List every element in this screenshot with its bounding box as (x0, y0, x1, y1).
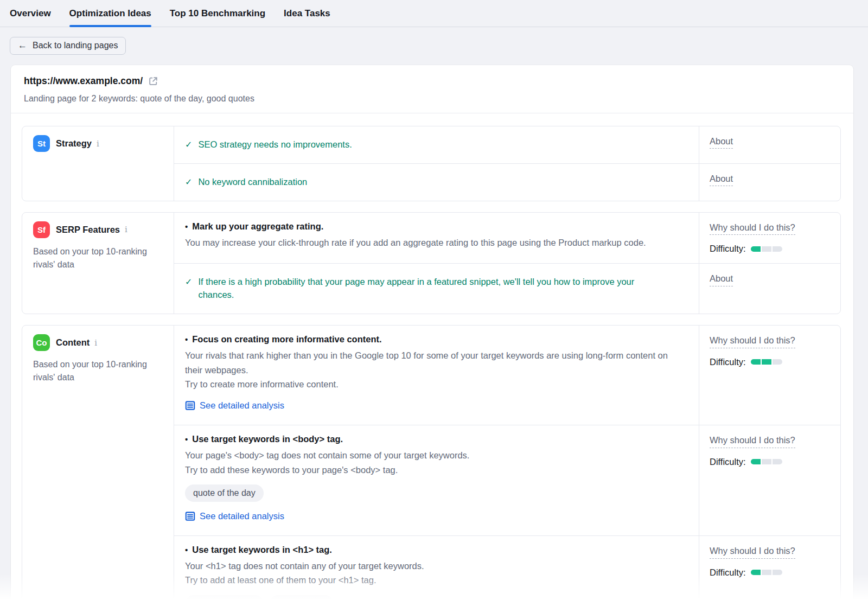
section-strategy: St Strategy i ✓ SEO strategy needs no im… (22, 126, 841, 201)
card-body: St Strategy i ✓ SEO strategy needs no im… (11, 113, 853, 606)
see-detailed-analysis-link[interactable]: See detailed analysis (185, 511, 284, 521)
idea-title: Mark up your aggregate rating. (192, 221, 323, 232)
check-icon: ✓ (185, 138, 192, 151)
difficulty-bar (751, 570, 782, 575)
back-arrow-icon: ← (18, 40, 27, 51)
tab-overview[interactable]: Overview (10, 0, 51, 27)
serp-features-badge-icon: Sf (33, 221, 50, 238)
back-to-landing-pages-button[interactable]: ← Back to landing pages (10, 37, 126, 55)
difficulty-label: Difficulty: (710, 357, 746, 367)
about-link[interactable]: About (710, 173, 733, 186)
keyword-chip: quote of the day (185, 484, 264, 502)
serp-features-subtitle: Based on your top 10-ranking rivals' dat… (33, 245, 163, 271)
difficulty-label: Difficulty: (710, 567, 746, 578)
why-should-i-do-this-link[interactable]: Why should I do this? (710, 222, 795, 235)
report-icon (185, 511, 195, 521)
external-link-icon[interactable] (148, 76, 158, 86)
difficulty-bar (751, 246, 782, 252)
why-should-i-do-this-link[interactable]: Why should I do this? (710, 335, 795, 348)
done-text: SEO strategy needs no improvements. (198, 138, 352, 151)
idea-title: Focus on creating more informative conte… (192, 334, 381, 345)
serp-row-2: ✓ If there is a high probability that yo… (174, 263, 840, 314)
bullet-icon: • (185, 545, 188, 554)
idea-description: Your <h1> tag does not contain any of yo… (185, 559, 684, 573)
section-serp-features: Sf SERP Features i Based on your top 10-… (22, 212, 841, 314)
keyword-chip: good quotes (270, 595, 334, 606)
idea-description: Try to add these keywords to your page's… (185, 463, 684, 477)
check-icon: ✓ (185, 276, 192, 288)
section-content: Co Content i Based on your top 10-rankin… (22, 325, 841, 606)
see-detailed-analysis-link[interactable]: See detailed analysis (185, 400, 284, 411)
difficulty-label: Difficulty: (710, 457, 746, 467)
landing-page-card: https://www.example.com/ Landing page fo… (11, 65, 853, 606)
bullet-icon: • (185, 335, 188, 344)
why-should-i-do-this-link[interactable]: Why should I do this? (710, 435, 795, 448)
back-button-label: Back to landing pages (33, 41, 118, 50)
strategy-row-2: ✓ No keyword cannibalization About (174, 163, 840, 201)
serp-features-title: SERP Features (56, 225, 120, 235)
idea-title: Use target keywords in <h1> tag. (192, 545, 332, 555)
tab-idea-tasks[interactable]: Idea Tasks (284, 0, 330, 27)
about-link[interactable]: About (710, 273, 733, 286)
difficulty-bar (751, 359, 782, 365)
idea-description: Try to add at least one of them to your … (185, 573, 684, 587)
check-icon: ✓ (185, 176, 192, 188)
content-row-2: • Use target keywords in <body> tag. You… (174, 425, 840, 535)
strategy-row-1: ✓ SEO strategy needs no improvements. Ab… (174, 126, 840, 163)
about-link[interactable]: About (710, 136, 733, 149)
serp-left-cell: Sf SERP Features i Based on your top 10-… (22, 213, 174, 314)
tab-top10-benchmarking[interactable]: Top 10 Benchmarking (170, 0, 265, 27)
content-title: Content (56, 337, 90, 348)
strategy-left-cell: St Strategy i (22, 126, 174, 201)
strategy-badge-icon: St (33, 135, 50, 152)
done-text: No keyword cannibalization (198, 176, 307, 189)
keyword-chip: quote of the day (185, 595, 264, 606)
tab-optimization-ideas[interactable]: Optimization Ideas (69, 0, 151, 27)
top-tab-bar: Overview Optimization Ideas Top 10 Bench… (0, 0, 868, 27)
idea-description: You may increase your click-through rate… (185, 235, 684, 250)
page-keywords-summary: Landing page for 2 keywords: quote of th… (24, 94, 840, 104)
idea-description: Your page's <body> tag does not contain … (185, 448, 684, 462)
see-detailed-analysis-label: See detailed analysis (200, 511, 284, 521)
strategy-title: Strategy (56, 138, 92, 149)
card-header: https://www.example.com/ Landing page fo… (11, 65, 853, 113)
content-left-cell: Co Content i Based on your top 10-rankin… (22, 326, 174, 606)
content-row-1: • Focus on creating more informative con… (174, 326, 840, 425)
content-subtitle: Based on your top 10-ranking rivals' dat… (33, 358, 163, 384)
info-icon[interactable]: i (94, 338, 97, 348)
bullet-icon: • (185, 435, 188, 444)
report-icon (185, 400, 195, 411)
info-icon[interactable]: i (97, 139, 99, 149)
idea-title: Use target keywords in <body> tag. (192, 434, 343, 444)
content-row-3: • Use target keywords in <h1> tag. Your … (174, 535, 840, 606)
bullet-icon: • (185, 222, 188, 231)
why-should-i-do-this-link[interactable]: Why should I do this? (710, 545, 795, 558)
difficulty-bar (751, 459, 782, 464)
serp-row-1: • Mark up your aggregate rating. You may… (174, 213, 840, 263)
see-detailed-analysis-label: See detailed analysis (200, 400, 284, 411)
difficulty-label: Difficulty: (710, 244, 746, 254)
info-icon[interactable]: i (125, 225, 127, 234)
idea-description: Your rivals that rank higher than you in… (185, 348, 684, 377)
idea-description: Try to create more informative content. (185, 377, 684, 391)
content-badge-icon: Co (33, 334, 50, 351)
page-url: https://www.example.com/ (24, 75, 143, 87)
done-text: If there is a high probability that your… (198, 276, 665, 302)
